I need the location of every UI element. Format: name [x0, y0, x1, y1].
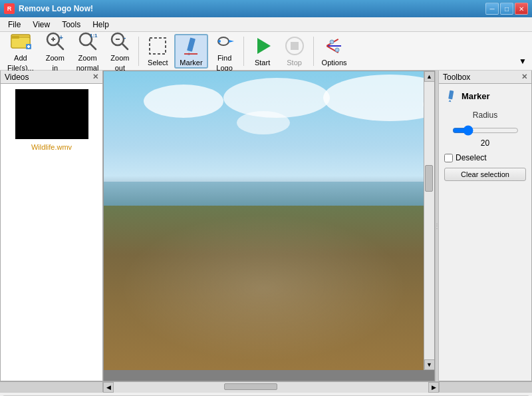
- app-title: Remove Logo Now!: [19, 4, 93, 13]
- menu-tools[interactable]: Tools: [57, 19, 86, 31]
- zoom-out-button[interactable]: - Zoom out: [104, 34, 135, 69]
- title-controls: ─ □ ✕: [485, 3, 528, 15]
- zoom-normal-label: Zoom: [78, 54, 96, 62]
- videos-panel-title: Videos: [5, 73, 29, 82]
- radius-slider-row: 20: [444, 125, 526, 148]
- select-button[interactable]: Select: [142, 34, 173, 69]
- stop-icon: [284, 35, 305, 57]
- toolbox-tool-label-text: Marker: [462, 91, 490, 101]
- toolbox-title: Toolbox: [443, 73, 470, 82]
- toolbar: Add File(s)... + Zoom in 1:1 Zoom normal: [0, 32, 532, 71]
- add-files-icon: [10, 31, 31, 52]
- menu-view[interactable]: View: [27, 19, 55, 31]
- find-logo-button[interactable]: Find Logo: [209, 34, 240, 69]
- svg-text:+: +: [59, 34, 63, 41]
- radius-slider[interactable]: [452, 125, 519, 136]
- main-area: Videos ✕ Wildlife.wmv: [0, 71, 532, 381]
- video-filename: Wildlife.wmv: [31, 143, 72, 151]
- svg-rect-18: [150, 38, 166, 54]
- minimize-button[interactable]: ─: [485, 3, 499, 15]
- videos-panel-header: Videos ✕: [1, 71, 102, 84]
- scroll-thumb-v[interactable]: [425, 165, 433, 192]
- deselect-label: Deselect: [456, 153, 487, 162]
- marker-label: Marker: [180, 59, 202, 67]
- cloud-2: [223, 78, 330, 118]
- options-label: Options: [322, 59, 347, 67]
- hscrollbar-thumb[interactable]: [224, 383, 277, 390]
- zoom-in-label: Zoom: [46, 54, 65, 62]
- radius-value: 20: [481, 138, 489, 148]
- toolbox-close[interactable]: ✕: [521, 73, 527, 81]
- svg-point-32: [335, 48, 339, 52]
- svg-line-9: [58, 44, 63, 49]
- hscrollbar-track[interactable]: [114, 382, 428, 393]
- title-bar: R Remove Logo Now! ─ □ ✕: [0, 0, 532, 17]
- scroll-up-button[interactable]: ▲: [424, 71, 435, 82]
- zoom-in-button[interactable]: + Zoom in: [40, 34, 70, 69]
- clear-selection-button[interactable]: Clear selection: [444, 168, 526, 181]
- vertical-scrollbar: ▲ ▼: [424, 71, 434, 370]
- svg-line-16: [122, 44, 128, 49]
- toolbar-sep-1: [138, 37, 139, 66]
- toolbox-marker-icon: [444, 89, 458, 102]
- hscrollbar-spacer: [0, 382, 103, 392]
- options-button[interactable]: Options: [317, 34, 352, 69]
- svg-point-31: [330, 40, 334, 44]
- stop-button[interactable]: Stop: [279, 34, 310, 69]
- hscrollbar-area: ◀ ▶: [103, 382, 439, 392]
- svg-rect-2: [11, 36, 19, 39]
- title-bar-left: R Remove Logo Now!: [4, 3, 93, 14]
- close-button[interactable]: ✕: [515, 3, 528, 15]
- start-button[interactable]: Start: [247, 34, 278, 69]
- cloud-5: [237, 111, 290, 134]
- svg-text:-: -: [124, 34, 126, 41]
- cloud-1: [144, 85, 223, 118]
- toolbar-dropdown[interactable]: ▼: [516, 54, 529, 69]
- marker-icon: [180, 35, 201, 57]
- scroll-left-button[interactable]: ◀: [103, 382, 114, 393]
- scroll-right-button[interactable]: ▶: [428, 382, 439, 393]
- main-vscrollbar: [0, 392, 532, 396]
- find-logo-icon: [214, 31, 235, 52]
- video-item[interactable]: Wildlife.wmv: [1, 84, 102, 156]
- maximize-button[interactable]: □: [500, 3, 513, 15]
- svg-text:1:1: 1:1: [90, 33, 98, 39]
- scroll-track-v[interactable]: [424, 82, 435, 359]
- zoom-out-label: Zoom: [110, 54, 129, 62]
- radius-label: Radius: [444, 110, 526, 120]
- cloud-3: [323, 75, 424, 121]
- marker-button[interactable]: Marker: [174, 34, 207, 69]
- app-icon: R: [4, 3, 15, 14]
- ground: [104, 206, 424, 370]
- toolbar-sep-2: [243, 37, 244, 66]
- hscrollbar-toolbox-spacer: [439, 382, 532, 392]
- zoom-out-icon: -: [109, 31, 130, 52]
- add-files-button[interactable]: Add File(s)...: [3, 34, 39, 69]
- canvas-area[interactable]: ▲ ▼: [103, 71, 435, 381]
- menu-help[interactable]: Help: [87, 19, 114, 31]
- scroll-down-button[interactable]: ▼: [424, 359, 435, 370]
- stop-label: Stop: [287, 59, 302, 67]
- deselect-checkbox[interactable]: [444, 154, 453, 162]
- toolbar-sep-3: [313, 37, 314, 66]
- videos-panel-close[interactable]: ✕: [92, 73, 98, 81]
- select-icon: [147, 35, 168, 57]
- start-icon: [252, 35, 273, 57]
- svg-rect-33: [448, 91, 454, 100]
- canvas-image: [104, 71, 424, 370]
- find-logo-label: Find: [217, 54, 231, 62]
- toolbox-panel: Toolbox ✕ Marker Radius 20 Deselect: [439, 71, 532, 381]
- svg-rect-27: [291, 42, 299, 50]
- svg-point-24: [218, 40, 221, 43]
- menu-file[interactable]: File: [3, 19, 26, 31]
- birds-overlay: [120, 214, 408, 361]
- svg-marker-23: [229, 40, 234, 43]
- zoom-normal-icon: 1:1: [77, 31, 98, 52]
- svg-marker-34: [448, 100, 451, 102]
- zoom-normal-button[interactable]: 1:1 Zoom normal: [72, 34, 104, 69]
- options-icon: [324, 35, 345, 57]
- svg-line-12: [90, 44, 96, 49]
- video-thumbnail: [15, 89, 88, 139]
- videos-panel: Videos ✕ Wildlife.wmv: [0, 71, 103, 381]
- svg-marker-25: [257, 38, 271, 54]
